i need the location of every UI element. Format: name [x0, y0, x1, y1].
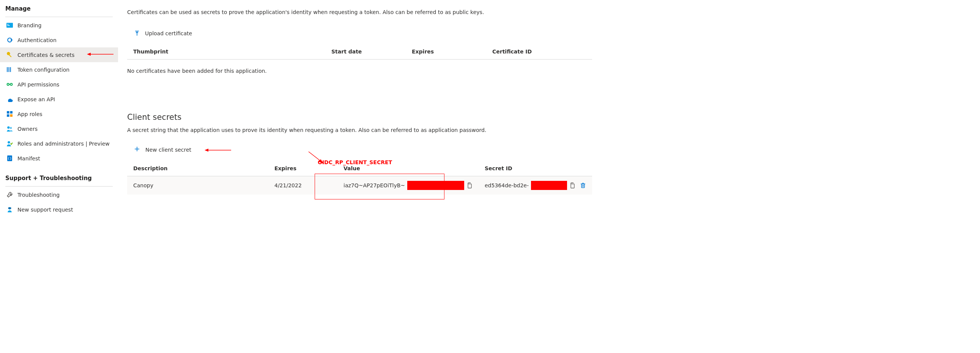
app-roles-icon — [6, 111, 13, 117]
sidebar-item-roles-administrators[interactable]: Roles and administrators | Preview — [0, 136, 118, 151]
sidebar-item-manifest[interactable]: {} Manifest — [0, 151, 118, 166]
svg-rect-34 — [571, 184, 574, 188]
upload-certificate-label: Upload certificate — [145, 30, 192, 36]
sidebar-item-label: API permissions — [18, 82, 59, 88]
secret-id-prefix: ed5364de-bd2e- — [485, 182, 529, 188]
annotation-arrow-icon — [87, 52, 113, 58]
sidebar-item-troubleshooting[interactable]: Troubleshooting — [0, 187, 118, 202]
token-icon — [6, 66, 13, 73]
sidebar-group-support: Support + Troubleshooting — [0, 173, 118, 185]
sidebar-item-label: Roles and administrators | Preview — [18, 141, 110, 147]
sidebar-item-label: App roles — [18, 111, 43, 117]
copy-secret-id-button[interactable] — [570, 182, 575, 188]
plus-icon — [134, 146, 140, 153]
main-content: Certificates can be used as secrets to p… — [118, 0, 600, 353]
svg-rect-10 — [10, 67, 11, 72]
col-thumbprint: Thumbprint — [127, 44, 325, 60]
cell-description: Canopy — [127, 176, 268, 195]
sidebar-item-label: Expose an API — [18, 96, 55, 102]
svg-point-19 — [10, 127, 12, 129]
svg-marker-7 — [87, 53, 91, 56]
sidebar-item-label: Branding — [18, 22, 41, 28]
client-secrets-heading: Client secrets — [127, 112, 592, 122]
new-client-secret-button[interactable]: New client secret — [129, 144, 196, 155]
divider — [5, 17, 113, 17]
upload-certificate-button[interactable]: Upload certificate — [129, 28, 197, 39]
svg-rect-33 — [468, 184, 471, 188]
key-icon — [6, 52, 13, 58]
expose-api-icon — [6, 96, 13, 102]
sidebar: Manage Branding Authentication Certifica… — [0, 0, 118, 353]
sidebar-item-owners[interactable]: Owners — [0, 121, 118, 136]
svg-rect-16 — [7, 114, 9, 117]
delete-secret-button[interactable] — [580, 182, 586, 188]
svg-rect-9 — [8, 67, 9, 72]
svg-point-11 — [7, 84, 9, 85]
sidebar-group-manage: Manage — [0, 3, 118, 15]
annotation-arrow-icon — [205, 147, 231, 154]
sidebar-item-label: Troubleshooting — [18, 192, 60, 198]
sidebar-item-token-configuration[interactable]: Token configuration — [0, 62, 118, 77]
owners-icon — [6, 125, 13, 132]
support-icon — [6, 206, 13, 213]
auth-icon — [6, 37, 13, 43]
api-permissions-icon — [6, 81, 13, 88]
col-value: Value — [337, 161, 479, 176]
svg-rect-8 — [7, 67, 8, 72]
col-start-date: Start date — [325, 44, 406, 60]
upload-icon — [134, 30, 140, 36]
svg-rect-35 — [581, 184, 584, 188]
client-secrets-table: Description Expires Value Secret ID Cano… — [127, 161, 592, 195]
cell-value: iaz7Q~AP27pEOiTlyB~ — [337, 176, 479, 195]
copy-value-button[interactable] — [466, 182, 473, 188]
manifest-icon: {} — [6, 155, 13, 161]
svg-point-18 — [7, 126, 10, 128]
wrench-icon — [6, 192, 13, 198]
svg-rect-1 — [7, 24, 8, 25]
col-certificate-id: Certificate ID — [486, 44, 592, 60]
sidebar-item-label: Owners — [18, 126, 38, 132]
certificates-intro: Certificates can be used as secrets to p… — [127, 9, 592, 15]
sidebar-item-branding[interactable]: Branding — [0, 18, 118, 33]
new-client-secret-label: New client secret — [145, 147, 191, 153]
svg-text:{}: {} — [8, 157, 12, 160]
redacted-block — [531, 181, 567, 190]
certificates-table: Thumbprint Start date Expires Certificat… — [127, 44, 592, 60]
svg-point-12 — [10, 84, 12, 85]
divider — [5, 186, 113, 187]
sidebar-item-label: New support request — [18, 207, 73, 213]
sidebar-item-label: Token configuration — [18, 67, 70, 73]
sidebar-item-api-permissions[interactable]: API permissions — [0, 77, 118, 92]
col-expires: Expires — [268, 161, 337, 176]
sidebar-item-expose-api[interactable]: Expose an API — [0, 92, 118, 106]
sidebar-item-label: Certificates & secrets — [18, 52, 75, 58]
svg-rect-24 — [8, 207, 11, 209]
svg-rect-14 — [7, 111, 9, 113]
roles-admin-icon — [6, 140, 13, 147]
svg-rect-15 — [10, 111, 13, 113]
sidebar-item-certificates-secrets[interactable]: Certificates & secrets — [0, 47, 118, 62]
table-row: Canopy 4/21/2022 iaz7Q~AP27pEOiTlyB~ — [127, 176, 592, 195]
branding-icon — [6, 22, 13, 28]
redacted-block — [407, 181, 464, 190]
client-secrets-intro: A secret string that the application use… — [127, 127, 592, 133]
sidebar-item-label: Authentication — [18, 37, 57, 43]
col-secret-id: Secret ID — [479, 161, 592, 176]
secret-value-prefix: iaz7Q~AP27pEOiTlyB~ — [344, 182, 405, 188]
svg-rect-17 — [10, 114, 13, 117]
sidebar-item-label: Manifest — [18, 155, 40, 161]
certificates-empty: No certificates have been added for this… — [127, 60, 592, 82]
cell-expires: 4/21/2022 — [268, 176, 337, 195]
col-expires: Expires — [406, 44, 486, 60]
svg-point-20 — [8, 141, 10, 143]
svg-marker-30 — [205, 149, 208, 152]
cell-secret-id: ed5364de-bd2e- — [479, 176, 592, 195]
sidebar-item-new-support-request[interactable]: New support request — [0, 202, 118, 217]
col-description: Description — [127, 161, 268, 176]
svg-rect-5 — [9, 54, 12, 57]
svg-rect-2 — [7, 25, 10, 26]
sidebar-item-app-roles[interactable]: App roles — [0, 106, 118, 121]
sidebar-item-authentication[interactable]: Authentication — [0, 33, 118, 47]
